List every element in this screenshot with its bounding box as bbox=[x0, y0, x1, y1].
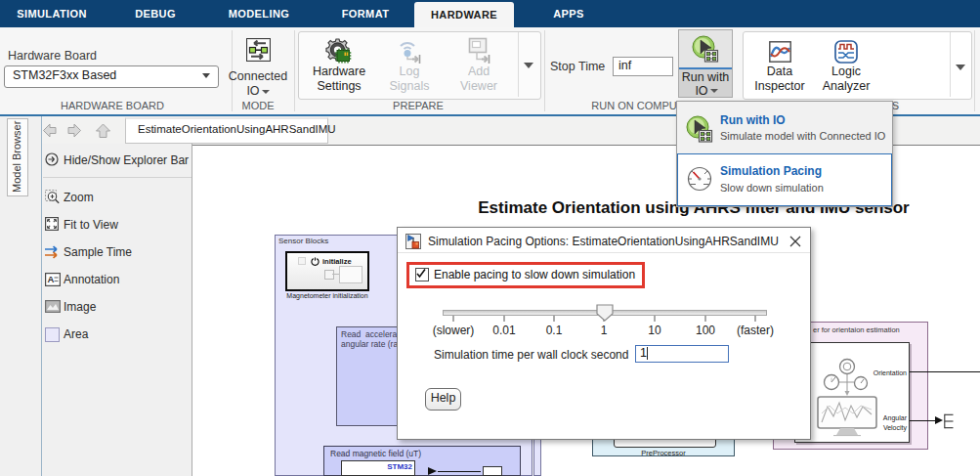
svg-text:A: A bbox=[47, 274, 54, 284]
